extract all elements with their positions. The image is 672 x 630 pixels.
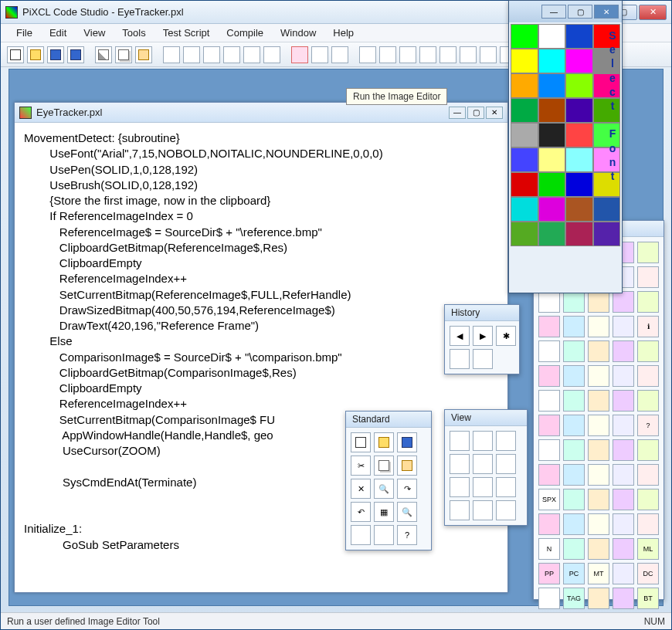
pixcl-tool-66[interactable]: PC <box>563 563 585 584</box>
palette-swatch-25[interactable] <box>538 172 566 197</box>
palette-sidebar-label[interactable]: Select Font <box>605 29 620 183</box>
palette-swatch-2[interactable] <box>565 24 593 49</box>
tb-run-4[interactable] <box>419 46 436 63</box>
tb-run-7[interactable] <box>480 46 497 63</box>
close-button[interactable]: ✕ <box>639 5 667 20</box>
palette-swatch-26[interactable] <box>565 172 593 197</box>
tb-tool-8[interactable] <box>331 46 348 63</box>
std-open[interactable] <box>374 432 394 452</box>
pixcl-tool-13[interactable] <box>613 291 634 313</box>
doc-minimize-button[interactable]: — <box>449 107 466 119</box>
pixcl-tool-74[interactable]: BT <box>637 588 659 609</box>
palette-swatch-28[interactable] <box>511 197 538 222</box>
pixcl-tool-34[interactable] <box>637 390 659 412</box>
pixcl-tool-15[interactable] <box>538 316 560 337</box>
view-btn-8[interactable] <box>473 477 493 497</box>
pixcl-tool-14[interactable] <box>637 291 659 313</box>
pixcl-tool-44[interactable] <box>637 439 659 461</box>
pixcl-tool-18[interactable] <box>613 316 634 337</box>
palette-swatch-10[interactable] <box>565 73 593 98</box>
std-delete[interactable]: ✕ <box>351 479 371 499</box>
pixcl-tool-64[interactable]: ML <box>637 538 659 560</box>
palette-swatch-5[interactable] <box>538 49 566 73</box>
palette-swatch-30[interactable] <box>565 197 593 222</box>
std-btn-14[interactable] <box>374 525 394 545</box>
pixcl-tool-19[interactable]: ℹ <box>637 316 659 337</box>
std-new[interactable] <box>351 432 371 452</box>
pixcl-tool-32[interactable] <box>588 390 609 412</box>
palette-maximize[interactable]: ▢ <box>568 5 592 19</box>
palette-swatch-16[interactable] <box>511 123 538 147</box>
tb-open[interactable] <box>27 46 44 63</box>
palette-swatch-34[interactable] <box>565 222 593 246</box>
view-btn-12[interactable] <box>496 500 516 520</box>
pixcl-tool-38[interactable] <box>613 415 634 436</box>
pixcl-tool-30[interactable] <box>538 390 560 412</box>
pixcl-tool-61[interactable] <box>563 538 585 560</box>
pixcl-tool-42[interactable] <box>588 439 609 461</box>
std-find[interactable]: 🔍 <box>374 479 394 499</box>
pixcl-tool-29[interactable] <box>637 365 659 387</box>
pixcl-tool-49[interactable] <box>637 464 659 486</box>
tb-print[interactable] <box>243 46 260 63</box>
view-btn-2[interactable] <box>473 431 493 451</box>
menu-test-script[interactable]: Test Script <box>155 25 218 40</box>
pixcl-tool-41[interactable] <box>563 439 585 461</box>
pixcl-tool-35[interactable] <box>538 415 560 436</box>
std-save[interactable] <box>397 432 417 452</box>
tb-run-1[interactable] <box>359 46 376 63</box>
std-zoom[interactable]: 🔍 <box>397 502 417 522</box>
doc-close-button[interactable]: ✕ <box>486 107 503 119</box>
pixcl-tool-33[interactable] <box>613 390 634 412</box>
std-btn-13[interactable] <box>351 525 371 545</box>
tb-tool-4[interactable] <box>223 46 240 63</box>
pixcl-tool-31[interactable] <box>563 390 585 412</box>
view-btn-7[interactable] <box>450 477 470 497</box>
std-cut[interactable]: ✂ <box>351 456 371 476</box>
history-back-button[interactable]: ◀ <box>450 326 470 346</box>
pixcl-tool-28[interactable] <box>613 365 634 387</box>
palette-swatch-12[interactable] <box>511 98 538 123</box>
view-btn-4[interactable] <box>450 454 470 474</box>
tb-tool-7[interactable] <box>311 46 328 63</box>
tb-run-5[interactable] <box>440 46 456 63</box>
palette-swatch-35[interactable] <box>593 222 621 246</box>
pixcl-tool-58[interactable] <box>613 513 634 535</box>
history-star-button[interactable]: ✱ <box>496 326 516 346</box>
palette-swatch-13[interactable] <box>538 98 566 123</box>
pixcl-tool-67[interactable]: MT <box>588 563 609 584</box>
pixcl-tool-4[interactable] <box>637 242 659 263</box>
menu-window[interactable]: Window <box>273 25 324 40</box>
tb-image-editor[interactable] <box>291 46 308 63</box>
tb-run-6[interactable] <box>460 46 477 63</box>
pixcl-tool-46[interactable] <box>563 464 585 486</box>
palette-close[interactable]: ✕ <box>594 5 619 19</box>
pixcl-tool-36[interactable] <box>563 415 585 436</box>
pixcl-tool-60[interactable]: N <box>538 538 560 560</box>
pixcl-tool-57[interactable] <box>588 513 609 535</box>
pixcl-tool-48[interactable] <box>613 464 634 486</box>
pixcl-tool-21[interactable] <box>563 340 585 362</box>
pixcl-tool-54[interactable] <box>637 489 659 510</box>
pixcl-tool-16[interactable] <box>563 316 585 337</box>
palette-swatch-18[interactable] <box>565 123 593 147</box>
history-forward-button[interactable]: ▶ <box>473 326 493 346</box>
tb-tool-2[interactable] <box>183 46 200 63</box>
tb-paste[interactable] <box>135 46 152 63</box>
palette-minimize[interactable]: — <box>541 5 566 19</box>
pixcl-tool-59[interactable] <box>637 513 659 535</box>
pixcl-tool-20[interactable] <box>538 340 560 362</box>
palette-swatch-9[interactable] <box>538 73 566 98</box>
palette-swatch-17[interactable] <box>538 123 566 147</box>
pixcl-tool-52[interactable] <box>588 489 609 510</box>
pixcl-tool-65[interactable]: PP <box>538 563 560 584</box>
palette-swatch-0[interactable] <box>511 24 538 49</box>
pixcl-tool-70[interactable] <box>538 588 560 609</box>
std-undo[interactable]: ↶ <box>351 502 371 522</box>
code-editor[interactable]: MovementDetect: {subroutine} UseFont("Ar… <box>15 123 507 561</box>
pixcl-tool-40[interactable] <box>538 439 560 461</box>
menu-help[interactable]: Help <box>325 25 361 40</box>
palette-swatch-20[interactable] <box>511 147 538 172</box>
doc-maximize-button[interactable]: ▢ <box>467 107 484 119</box>
std-help[interactable]: ? <box>397 525 417 545</box>
